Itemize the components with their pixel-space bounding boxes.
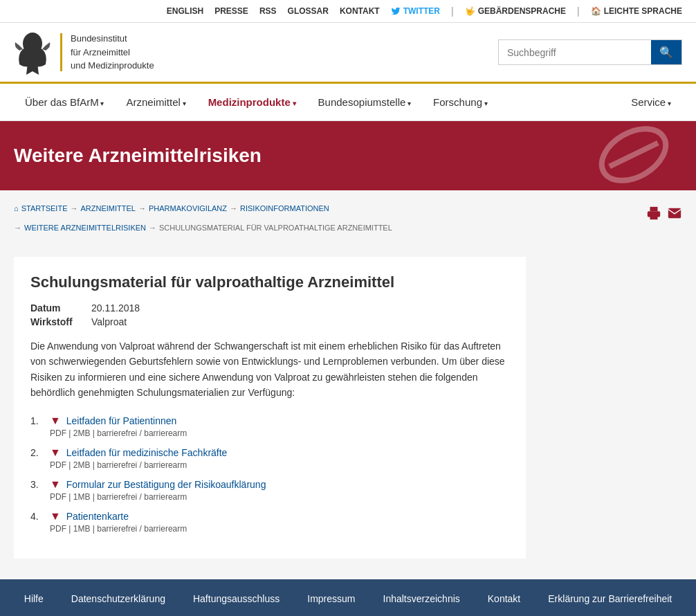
doc-link[interactable]: Leitfaden für medizinische Fachkräfte xyxy=(66,447,228,458)
hand-icon: 🤟 xyxy=(465,6,475,16)
footer-haftungsausschluss[interactable]: Haftungsausschluss xyxy=(193,593,280,604)
home-icon: ⌂ xyxy=(14,204,19,212)
doc-num: 3. xyxy=(30,478,44,490)
chevron-down-icon: ▾ xyxy=(291,100,296,107)
breadcrumb-startseite[interactable]: STARTSEITE xyxy=(21,204,68,212)
download-circle-icon: ▼ xyxy=(50,446,61,458)
doc-num: 1. xyxy=(30,415,44,426)
doc-meta: PDF | 1MB | barrierefrei / barrierearm xyxy=(50,492,266,502)
main-nav: Über das BfArM ▾ Arzneimittel ▾ Medizinp… xyxy=(0,84,696,121)
download-circle-icon: ▼ xyxy=(50,478,61,490)
twitter-icon xyxy=(391,6,401,16)
breadcrumb-block: ⌂ STARTSEITE → ARZNEIMITTEL → PHARMAKOVI… xyxy=(14,204,646,243)
content-area: ⌂ STARTSEITE → ARZNEIMITTEL → PHARMAKOVI… xyxy=(0,190,696,579)
doc-link[interactable]: Patientenkarte xyxy=(66,511,129,522)
leichte-sprache-link[interactable]: 🏠 LEICHTE SPRACHE xyxy=(591,6,682,16)
page-title: Schulungsmaterial für valproathaltige Ar… xyxy=(30,273,509,291)
doc-title: ▼ Patientenkarte xyxy=(50,510,187,523)
search-icon: 🔍 xyxy=(659,46,673,58)
leichte-icon: 🏠 xyxy=(591,6,601,16)
twitter-link[interactable]: TWITTER xyxy=(391,6,440,16)
chevron-down-icon: ▾ xyxy=(666,100,671,107)
doc-content: ▼ Patientenkarte PDF | 1MB | barrierefre… xyxy=(50,510,187,534)
logo-area: Bundesinstitut für Arzneimittel und Medi… xyxy=(14,30,154,75)
breadcrumb-risikoinformationen[interactable]: RISIKOINFORMATIONEN xyxy=(240,204,329,212)
sep: → xyxy=(138,204,146,212)
datum-value: 20.11.2018 xyxy=(91,302,140,314)
chevron-down-icon: ▾ xyxy=(181,100,186,107)
doc-link[interactable]: Formular zur Bestätigung der Risikoaufkl… xyxy=(66,479,266,490)
content-box: Schulungsmaterial für valproathaltige Ar… xyxy=(14,257,526,559)
logo-divider xyxy=(60,33,62,71)
eagle-logo xyxy=(14,30,52,75)
list-item: 4. ▼ Patientenkarte PDF | 1MB | barriere… xyxy=(30,510,509,534)
banner-title: Weitere Arzneimittelrisiken xyxy=(14,145,262,167)
pill-decoration xyxy=(592,124,675,188)
chevron-down-icon: ▾ xyxy=(482,100,488,107)
doc-title: ▼ Leitfaden für Patientinnen xyxy=(50,415,187,427)
nav-medizinprodukte[interactable]: Medizinprodukte ▾ xyxy=(197,84,307,120)
download-circle-icon: ▼ xyxy=(50,415,61,426)
gebaerdensprache-link[interactable]: 🤟 GEBÄRDENSPRACHE xyxy=(465,6,566,16)
footer-inhaltsverzeichnis[interactable]: Inhaltsverzeichnis xyxy=(383,593,460,604)
document-list: 1. ▼ Leitfaden für Patientinnen PDF | 2M… xyxy=(30,415,509,534)
breadcrumb-weitere[interactable]: WEITERE ARZNEIMITTELRISIKEN xyxy=(24,224,146,232)
sep: → xyxy=(230,204,237,212)
svg-rect-3 xyxy=(650,215,658,219)
nav-arzneimittel[interactable]: Arzneimittel ▾ xyxy=(115,84,196,120)
datum-row: Datum 20.11.2018 xyxy=(30,302,509,314)
footer-barrierefreiheit[interactable]: Erklärung zur Barrierefreiheit xyxy=(548,593,672,604)
header: Bundesinstitut für Arzneimittel und Medi… xyxy=(0,23,696,84)
sep: → xyxy=(14,224,21,232)
search-input[interactable] xyxy=(499,42,651,64)
top-bar: ENGLISH PRESSE RSS GLOSSAR KONTAKT TWITT… xyxy=(0,0,696,23)
footer-datenschutz[interactable]: Datenschutzerklärung xyxy=(71,593,165,604)
separator-1: | xyxy=(451,6,454,17)
wirkstoff-value: Valproat xyxy=(91,316,127,327)
nav-ueber[interactable]: Über das BfArM ▾ xyxy=(14,84,115,120)
sep: → xyxy=(70,204,77,212)
nav-service[interactable]: Service ▾ xyxy=(620,84,682,120)
list-item: 3. ▼ Formular zur Bestätigung der Risiko… xyxy=(30,478,509,502)
list-item: 1. ▼ Leitfaden für Patientinnen PDF | 2M… xyxy=(30,415,509,438)
english-link[interactable]: ENGLISH xyxy=(167,6,203,16)
sep: → xyxy=(149,224,156,232)
doc-content: ▼ Formular zur Bestätigung der Risikoauf… xyxy=(50,478,266,502)
meta-table: Datum 20.11.2018 Wirkstoff Valproat xyxy=(30,302,509,327)
doc-meta: PDF | 1MB | barrierefrei / barrierearm xyxy=(50,524,187,534)
separator-2: | xyxy=(577,6,580,17)
footer-kontakt[interactable]: Kontakt xyxy=(488,593,520,604)
action-icons xyxy=(646,206,682,224)
glossar-link[interactable]: GLOSSAR xyxy=(288,6,329,16)
search-button[interactable]: 🔍 xyxy=(651,40,681,64)
doc-title: ▼ Leitfaden für medizinische Fachkräfte xyxy=(50,446,227,459)
rss-link[interactable]: RSS xyxy=(259,6,277,16)
doc-title: ▼ Formular zur Bestätigung der Risikoauf… xyxy=(50,478,266,491)
kontakt-topbar-link[interactable]: KONTAKT xyxy=(340,6,380,16)
doc-content: ▼ Leitfaden für Patientinnen PDF | 2MB |… xyxy=(50,415,187,438)
footer: Hilfe Datenschutzerklärung Haftungsaussc… xyxy=(0,579,696,616)
doc-content: ▼ Leitfaden für medizinische Fachkräfte … xyxy=(50,446,227,470)
breadcrumb-line1: ⌂ STARTSEITE → ARZNEIMITTEL → PHARMAKOVI… xyxy=(14,204,646,212)
download-circle-icon: ▼ xyxy=(50,510,61,522)
print-icon[interactable] xyxy=(646,206,661,224)
description: Die Anwendung von Valproat während der S… xyxy=(30,338,509,401)
wirkstoff-label: Wirkstoff xyxy=(30,316,86,327)
footer-hilfe[interactable]: Hilfe xyxy=(24,593,44,604)
breadcrumb-row: ⌂ STARTSEITE → ARZNEIMITTEL → PHARMAKOVI… xyxy=(14,204,682,243)
breadcrumb-line2: → WEITERE ARZNEIMITTELRISIKEN → SCHULUNG… xyxy=(14,224,646,232)
breadcrumb-arzneimittel[interactable]: ARZNEIMITTEL xyxy=(80,204,135,212)
footer-impressum[interactable]: Impressum xyxy=(307,593,355,604)
doc-meta: PDF | 2MB | barrierefrei / barrierearm xyxy=(50,428,187,438)
doc-meta: PDF | 2MB | barrierefrei / barrierearm xyxy=(50,460,227,470)
wirkstoff-row: Wirkstoff Valproat xyxy=(30,316,509,327)
presse-link[interactable]: PRESSE xyxy=(214,6,248,16)
chevron-down-icon: ▾ xyxy=(99,100,104,107)
list-item: 2. ▼ Leitfaden für medizinische Fachkräf… xyxy=(30,446,509,470)
email-icon[interactable] xyxy=(667,206,682,224)
search-area: 🔍 xyxy=(498,39,682,65)
doc-link[interactable]: Leitfaden für Patientinnen xyxy=(66,415,177,426)
nav-forschung[interactable]: Forschung ▾ xyxy=(422,84,499,120)
breadcrumb-pharmakovigilanz[interactable]: PHARMAKOVIGILANZ xyxy=(149,204,227,212)
nav-bundesopiumstelle[interactable]: Bundesopiumstelle ▾ xyxy=(307,84,423,120)
